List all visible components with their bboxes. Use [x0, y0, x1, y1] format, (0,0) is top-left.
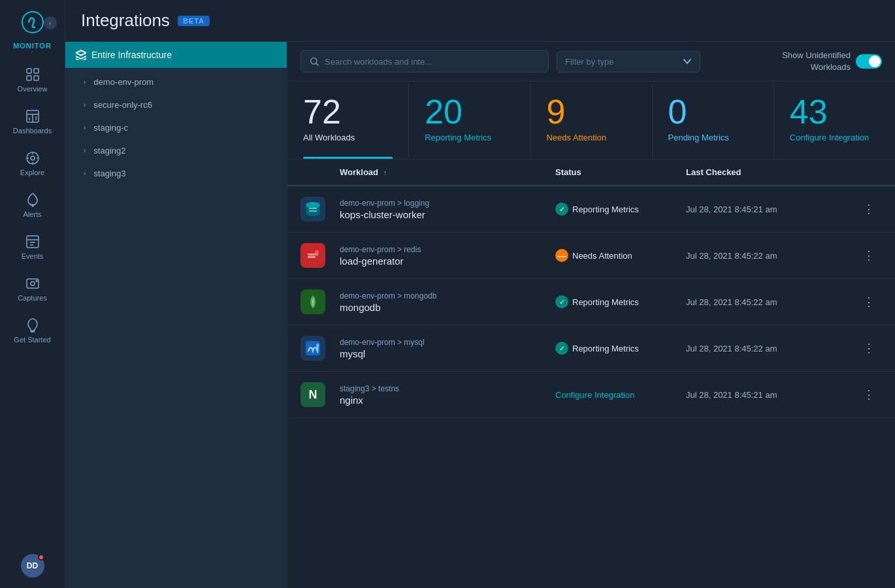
row-menu-button[interactable]: ⋮	[856, 202, 882, 216]
sidebar-item-label: Explore	[20, 169, 44, 176]
table-row[interactable]: demo-env-prom > mysql mysql Reporting Me…	[287, 325, 895, 372]
metrics-summary: 72 All Workloads 20 Reporting Metrics 9 …	[287, 82, 895, 159]
workload-info: demo-env-prom > mongodb mongodb	[340, 291, 555, 313]
infrastructure-panel: Entire Infrastructure › demo-env-prom › …	[65, 42, 287, 588]
filter-select[interactable]: Filter by type	[557, 51, 700, 73]
infra-item-label: secure-only-rc6	[93, 100, 152, 110]
status-text: Reporting Metrics	[572, 297, 639, 307]
table-row[interactable]: demo-env-prom > mongodb mongodb Reportin…	[287, 279, 895, 325]
search-input[interactable]	[325, 57, 540, 67]
sidebar-item-label: Get Started	[14, 336, 50, 344]
metric-label: Reporting Metrics	[425, 133, 514, 152]
avatar-initials: DD	[27, 561, 38, 570]
status-dot-orange	[555, 249, 568, 262]
sidebar-item-alerts[interactable]: Alerts	[3, 186, 61, 225]
chevron-right-icon: ›	[84, 147, 86, 154]
status-badge: Reporting Metrics	[555, 203, 686, 216]
sidebar-item-get-started[interactable]: Get Started	[3, 311, 61, 350]
metric-number: 72	[303, 95, 393, 129]
status-text: Configure Integration	[555, 390, 634, 400]
sidebar-item-captures[interactable]: Captures	[3, 269, 61, 308]
workload-icon	[301, 289, 325, 314]
infra-item[interactable]: › staging-c	[65, 116, 287, 139]
table-header: Workload ↑ Status Last Checked	[287, 159, 895, 186]
metric-needs-attention[interactable]: 9 Needs Attention	[530, 82, 652, 159]
sidebar-item-overview[interactable]: Overview	[3, 60, 61, 99]
workload-path: demo-env-prom > mongodb	[340, 291, 555, 301]
sidebar-item-label: Events	[22, 252, 44, 260]
logo[interactable]: ›	[16, 7, 49, 39]
svg-point-35	[315, 250, 319, 254]
col-actions	[856, 167, 882, 177]
sidebar-item-label: Overview	[18, 85, 48, 93]
infra-item-label: staging-c	[93, 123, 128, 133]
infra-item[interactable]: › secure-only-rc6	[65, 93, 287, 116]
svg-rect-17	[27, 236, 39, 248]
collapse-button[interactable]: ›	[44, 16, 57, 29]
infrastructure-header[interactable]: Entire Infrastructure	[65, 42, 287, 68]
chevron-right-icon: ›	[84, 78, 86, 86]
metric-pending[interactable]: 0 Pending Metrics	[653, 82, 774, 159]
infra-item[interactable]: › staging3	[65, 162, 287, 185]
svg-rect-2	[27, 76, 31, 80]
infra-item-label: demo-env-prom	[93, 77, 154, 87]
search-icon	[309, 56, 319, 67]
search-input-wrapper[interactable]	[301, 50, 549, 73]
status-dot-green	[555, 295, 568, 308]
svg-rect-0	[27, 69, 31, 73]
search-bar: Filter by type Show UnidentifiedWorkload…	[287, 42, 895, 82]
table-row[interactable]: demo-env-prom > redis load-generator Nee…	[287, 233, 895, 279]
chevron-right-icon: ›	[84, 101, 86, 108]
workload-name: mongodb	[340, 302, 555, 313]
main-content: Integrations BETA Entire Infrastructure …	[65, 0, 895, 588]
col-status: Status	[555, 167, 686, 177]
infra-item[interactable]: › demo-env-prom	[65, 71, 287, 93]
metric-underline	[303, 157, 393, 159]
last-checked: Jul 28, 2021 8:45:22 am	[686, 297, 856, 307]
sidebar-item-label: Dashboards	[13, 127, 52, 135]
row-menu-button[interactable]: ⋮	[856, 248, 882, 263]
metric-all-workloads[interactable]: 72 All Workloads	[287, 82, 409, 159]
infra-item-label: staging2	[93, 146, 125, 155]
sidebar-item-explore[interactable]: Explore	[3, 144, 61, 183]
content-row: Entire Infrastructure › demo-env-prom › …	[65, 42, 895, 588]
workload-info: staging3 > testns nginx	[340, 384, 555, 406]
workload-icon	[301, 243, 325, 268]
toggle-label: Show UnidentifiedWorkloads	[782, 50, 851, 73]
workload-name: kops-cluster-worker	[340, 209, 555, 220]
metric-configure[interactable]: 43 Configure Integration	[774, 82, 895, 159]
sort-arrow-icon: ↑	[383, 169, 387, 176]
col-workload[interactable]: Workload ↑	[340, 167, 555, 177]
metric-number: 9	[546, 95, 636, 129]
status-text: Reporting Metrics	[572, 344, 639, 353]
status-dot-green	[555, 203, 568, 216]
row-menu-button[interactable]: ⋮	[856, 341, 882, 355]
svg-point-23	[36, 280, 37, 282]
infra-item[interactable]: › staging2	[65, 139, 287, 162]
col-icon	[301, 167, 340, 177]
last-checked: Jul 28, 2021 8:45:21 am	[686, 390, 856, 400]
status-badge: Needs Attention	[555, 249, 686, 262]
workload-path: staging3 > testns	[340, 384, 555, 393]
notification-badge	[38, 554, 44, 561]
unidentified-workloads-toggle[interactable]	[856, 54, 882, 69]
row-menu-button[interactable]: ⋮	[856, 387, 882, 402]
table-row[interactable]: demo-env-prom > logging kops-cluster-wor…	[287, 186, 895, 233]
monitor-label: MONITOR	[13, 42, 52, 50]
workload-info: demo-env-prom > redis load-generator	[340, 245, 555, 267]
metric-reporting[interactable]: 20 Reporting Metrics	[409, 82, 530, 159]
svg-point-10	[31, 156, 35, 160]
chevron-right-icon: ›	[84, 124, 86, 131]
sidebar-item-events[interactable]: Events	[3, 227, 61, 267]
last-checked: Jul 28, 2021 8:45:22 am	[686, 251, 856, 261]
sidebar-item-label: Captures	[18, 294, 47, 302]
sidebar-item-dashboards[interactable]: Dashboards	[3, 102, 61, 141]
workload-name: nginx	[340, 395, 555, 406]
workload-icon	[301, 336, 325, 361]
row-menu-button[interactable]: ⋮	[856, 295, 882, 309]
table-row[interactable]: N staging3 > testns nginx Configure Inte…	[287, 372, 895, 418]
avatar[interactable]: DD	[21, 554, 44, 578]
svg-point-29	[306, 202, 320, 208]
svg-point-22	[31, 282, 35, 286]
sidebar-nav: Overview Dashboards Explore	[0, 60, 65, 554]
